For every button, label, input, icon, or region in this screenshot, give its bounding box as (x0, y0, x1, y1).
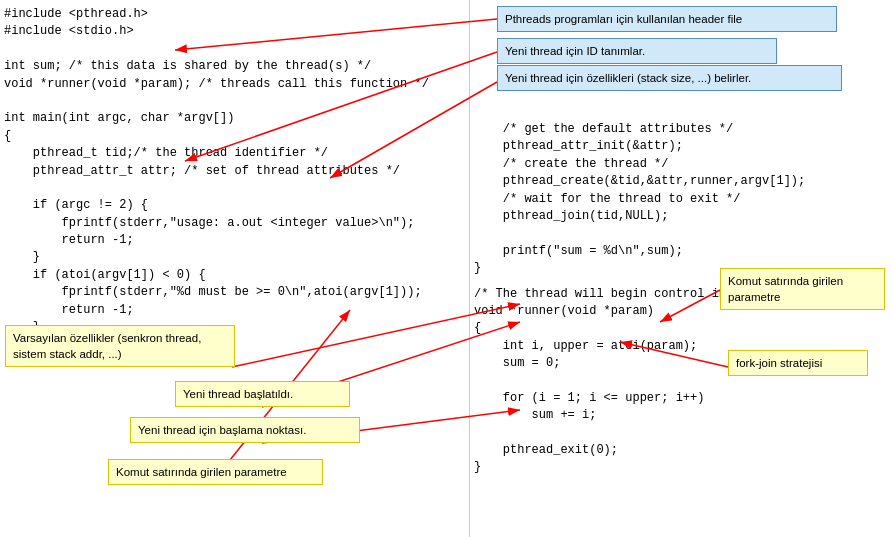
left-code-content: #include <pthread.h>#include <stdio.h> i… (4, 6, 465, 336)
annotation-fork-join: fork-join stratejisi (728, 350, 868, 376)
code-line: { (4, 128, 465, 145)
code-line: pthread_t tid;/* the thread identifier *… (4, 145, 465, 162)
code-line: pthread_attr_t attr; /* set of thread at… (4, 163, 465, 180)
code-line: fprintf(stderr,"%d must be >= 0\n",atoi(… (4, 284, 465, 301)
code-line: pthread_attr_init(&attr); (474, 138, 888, 155)
code-line: sum += i; (474, 407, 888, 424)
annotation-cmd-param1: Komut satırında girilen parametre (108, 459, 323, 485)
annotation-cmd-param2: Komut satırında girilen parametre (720, 268, 885, 310)
code-line: #include <stdio.h> (4, 23, 465, 40)
code-line: return -1; (4, 302, 465, 319)
code-line: if (atoi(argv[1]) < 0) { (4, 267, 465, 284)
annotation-pthread-header: Pthreads programları için kullanılan hea… (497, 6, 837, 32)
annotation-thread-attr: Yeni thread için özellikleri (stack size… (497, 65, 842, 91)
code-line (4, 93, 465, 110)
code-line: if (argc != 2) { (4, 197, 465, 214)
code-line: } (4, 249, 465, 266)
code-line: fprintf(stderr,"usage: a.out <integer va… (4, 215, 465, 232)
code-line: } (474, 459, 888, 476)
right-code-bottom: /* The thread will begin control in this… (474, 286, 888, 477)
left-code-panel: #include <pthread.h>#include <stdio.h> i… (0, 0, 470, 537)
code-line: /* create the thread */ (474, 156, 888, 173)
code-line: for (i = 1; i <= upper; i++) (474, 390, 888, 407)
code-line: /* get the default attributes */ (474, 121, 888, 138)
code-line (474, 225, 888, 242)
code-line: int sum; /* this data is shared by the t… (4, 58, 465, 75)
code-line: /* wait for the thread to exit */ (474, 191, 888, 208)
annotation-thread-started: Yeni thread başlatıldı. (175, 381, 350, 407)
code-line: pthread_exit(0); (474, 442, 888, 459)
code-line: pthread_create(&tid,&attr,runner,argv[1]… (474, 173, 888, 190)
code-line: pthread_join(tid,NULL); (474, 208, 888, 225)
annotation-thread-start-point: Yeni thread için başlama noktası. (130, 417, 360, 443)
code-line: printf("sum = %d\n",sum); (474, 243, 888, 260)
code-line: int main(int argc, char *argv[]) (4, 110, 465, 127)
code-line (4, 41, 465, 58)
code-line: { (474, 320, 888, 337)
code-line (4, 180, 465, 197)
annotation-default-attr: Varsayılan özellikler (senkron thread, s… (5, 325, 235, 367)
code-line: return -1; (4, 232, 465, 249)
code-line: void *runner(void *param); /* threads ca… (4, 76, 465, 93)
code-line (474, 425, 888, 442)
code-line: #include <pthread.h> (4, 6, 465, 23)
annotation-thread-id: Yeni thread için ID tanımlar. (497, 38, 777, 64)
